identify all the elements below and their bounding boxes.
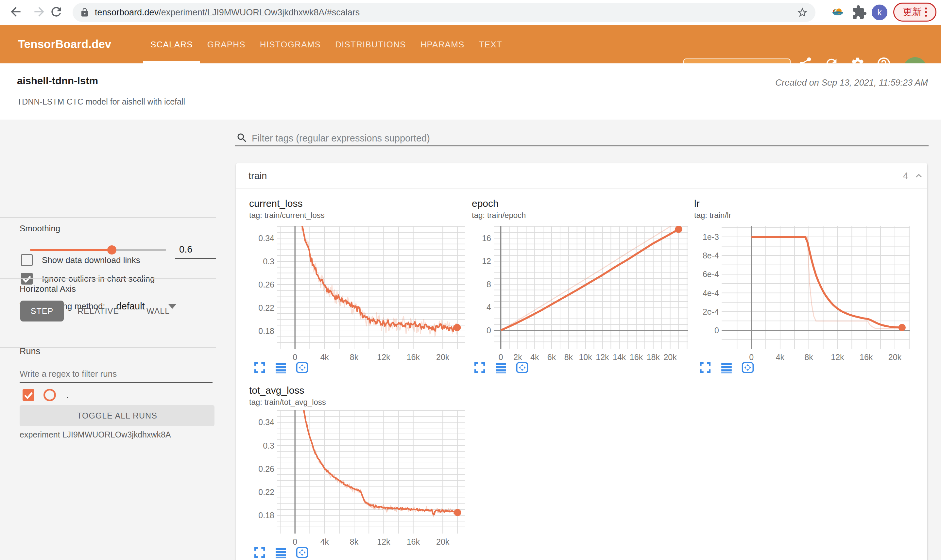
chart-current-loss[interactable]: 04k8k12k16k20k0.180.220.260.30.34 — [255, 222, 470, 364]
axis-relative-button[interactable]: RELATIVE — [64, 301, 133, 322]
chart-lr[interactable]: 04k8k12k16k20k02e-44e-46e-48e-41e-3 — [699, 222, 915, 364]
svg-text:0: 0 — [498, 352, 503, 362]
smoothing-slider-thumb[interactable] — [107, 245, 116, 254]
chart-head-current-loss: current_loss tag: train/current_loss — [249, 198, 325, 220]
expand-icon[interactable] — [699, 362, 711, 374]
svg-text:1e-3: 1e-3 — [703, 232, 719, 242]
extension-colored-icon[interactable] — [830, 5, 845, 20]
svg-text:10k: 10k — [579, 352, 592, 362]
run-name: . — [66, 390, 69, 400]
search-icon — [236, 132, 248, 144]
smoothing-slider[interactable] — [30, 249, 166, 251]
experiment-name: aishell-tdnn-lstm — [17, 75, 98, 87]
svg-text:4k: 4k — [776, 352, 785, 362]
fit-domain-icon[interactable] — [296, 546, 309, 559]
svg-text:16k: 16k — [630, 352, 643, 362]
fit-domain-icon[interactable] — [516, 362, 528, 374]
svg-text:0: 0 — [293, 352, 297, 362]
show-download-links-checkbox[interactable] — [21, 254, 33, 266]
chart-toolbar — [699, 362, 754, 374]
divider — [0, 278, 216, 279]
tag-group-card: train 4 current_loss tag: train/current_… — [236, 163, 927, 560]
expand-icon[interactable] — [253, 546, 266, 559]
svg-text:6k: 6k — [547, 352, 556, 362]
svg-text:18k: 18k — [647, 352, 660, 362]
tab-graphs[interactable]: GRAPHS — [200, 25, 253, 63]
svg-text:2e-4: 2e-4 — [703, 307, 719, 316]
experiment-id-line: experiment LJI9MWUORLOw3jkdhxwk8A — [20, 430, 171, 440]
svg-text:0.18: 0.18 — [258, 326, 274, 335]
fit-domain-icon[interactable] — [296, 362, 309, 374]
svg-text:0.3: 0.3 — [263, 441, 274, 450]
log-scale-icon[interactable] — [495, 362, 507, 374]
svg-text:8k: 8k — [350, 537, 359, 546]
tag-group-name: train — [248, 163, 267, 188]
filter-tags-input[interactable] — [251, 130, 906, 146]
nav-tabs: SCALARS GRAPHS HISTOGRAMS DISTRIBUTIONS … — [143, 25, 509, 63]
horizontal-axis-label: Horizontal Axis — [20, 284, 76, 294]
browser-update-menu-button[interactable]: 更新 — [893, 3, 936, 22]
chart-tag: tag: train/epoch — [472, 211, 526, 220]
expand-icon[interactable] — [253, 362, 266, 374]
tab-text[interactable]: TEXT — [472, 25, 509, 63]
runs-filter-input[interactable] — [20, 365, 213, 383]
svg-text:0.18: 0.18 — [258, 511, 274, 520]
axis-wall-button[interactable]: WALL — [133, 301, 184, 322]
chart-title: tot_avg_loss — [249, 385, 326, 396]
log-scale-icon[interactable] — [275, 546, 287, 559]
chevron-up-icon[interactable] — [913, 170, 925, 182]
svg-text:6e-4: 6e-4 — [703, 269, 719, 279]
tab-hparams[interactable]: HPARAMS — [413, 25, 472, 63]
chart-title: lr — [694, 198, 731, 209]
url-bar[interactable]: tensorboard.dev/experiment/LJI9MWUORLOw3… — [73, 3, 816, 22]
axis-step-button[interactable]: STEP — [20, 301, 64, 322]
chart-tot-avg-loss[interactable]: 04k8k12k16k20k0.180.220.260.30.34 — [255, 406, 470, 548]
svg-text:16k: 16k — [407, 537, 420, 546]
svg-text:0.34: 0.34 — [258, 418, 274, 427]
back-icon[interactable] — [9, 5, 24, 20]
svg-text:4k: 4k — [530, 352, 539, 362]
lock-icon — [80, 8, 89, 17]
svg-text:16k: 16k — [859, 352, 873, 362]
svg-text:12k: 12k — [596, 352, 609, 362]
svg-text:20k: 20k — [663, 352, 677, 362]
puzzle-icon[interactable] — [852, 5, 867, 20]
smoothing-slider-fill — [30, 249, 111, 251]
svg-text:0: 0 — [486, 326, 491, 335]
log-scale-icon[interactable] — [275, 362, 287, 374]
expand-icon[interactable] — [474, 362, 486, 374]
reload-icon[interactable] — [49, 5, 65, 20]
runs-label: Runs — [20, 346, 40, 357]
svg-text:0.34: 0.34 — [258, 234, 274, 243]
svg-text:16: 16 — [482, 234, 491, 243]
horizontal-axis-toggle: STEP RELATIVE WALL — [20, 301, 184, 322]
chart-tag: tag: train/current_loss — [249, 211, 325, 220]
log-scale-icon[interactable] — [720, 362, 733, 374]
show-download-links-row: Show data download links — [21, 254, 140, 266]
experiment-title-band: aishell-tdnn-lstm TDNN-LSTM CTC model fo… — [0, 63, 941, 120]
tab-scalars[interactable]: SCALARS — [143, 25, 200, 63]
chart-toolbar — [474, 362, 528, 374]
svg-text:12k: 12k — [831, 352, 844, 362]
svg-text:16k: 16k — [407, 352, 420, 362]
forward-icon[interactable] — [32, 5, 48, 20]
chart-svg: 04k8k12k16k20k02e-44e-46e-48e-41e-3 — [699, 222, 915, 364]
divider — [0, 217, 216, 218]
chart-epoch[interactable]: 02k4k6k8k10k12k14k16k18k20k0481216 — [472, 222, 693, 364]
svg-text:8: 8 — [486, 280, 491, 289]
star-icon[interactable] — [796, 6, 808, 18]
tag-group-header[interactable]: train 4 — [236, 163, 927, 189]
browser-profile-avatar[interactable]: k — [872, 5, 887, 20]
fit-domain-icon[interactable] — [742, 362, 754, 374]
tab-distributions[interactable]: DISTRIBUTIONS — [328, 25, 413, 63]
run-checkbox[interactable] — [23, 389, 34, 401]
toggle-all-runs-button[interactable]: TOGGLE ALL RUNS — [20, 405, 214, 426]
smoothing-value-input[interactable] — [175, 242, 216, 259]
run-color-swatch[interactable] — [43, 389, 56, 401]
svg-text:8e-4: 8e-4 — [703, 251, 719, 260]
svg-text:14k: 14k — [613, 352, 626, 362]
svg-text:20k: 20k — [436, 352, 450, 362]
tab-histograms[interactable]: HISTOGRAMS — [253, 25, 328, 63]
svg-text:4e-4: 4e-4 — [703, 289, 719, 298]
chart-svg: 04k8k12k16k20k0.180.220.260.30.34 — [255, 222, 470, 364]
